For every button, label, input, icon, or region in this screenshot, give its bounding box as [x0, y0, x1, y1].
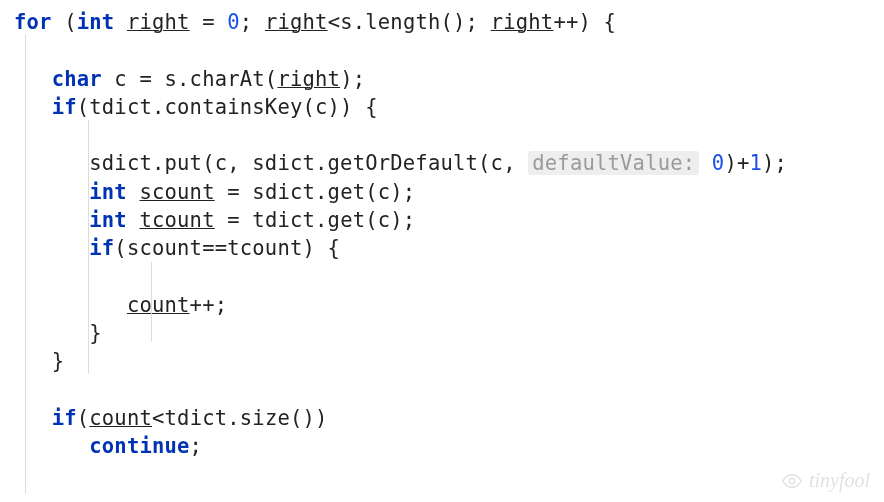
- eye-icon: [781, 470, 803, 492]
- code-line: [14, 123, 52, 147]
- svg-point-0: [789, 478, 795, 484]
- code-token: scount: [139, 180, 214, 204]
- code-token: int: [89, 208, 127, 232]
- code-token: int: [77, 10, 115, 34]
- code-token: char: [52, 67, 102, 91]
- inline-hint: defaultValue:: [528, 151, 699, 175]
- watermark: tinyfool: [781, 469, 870, 492]
- code-token: right: [277, 67, 340, 91]
- indent-guide-3: [151, 262, 152, 342]
- code-token: count: [89, 406, 152, 430]
- code-block: for (int right = 0; right<s.length(); ri…: [0, 0, 884, 461]
- watermark-text: tinyfool: [809, 469, 870, 492]
- code-token: right: [265, 10, 328, 34]
- code-line: int tcount = tdict.get(c);: [14, 208, 415, 232]
- code-token: right: [491, 10, 554, 34]
- code-line: char c = s.charAt(right);: [14, 67, 365, 91]
- code-token: if: [52, 95, 77, 119]
- code-line: sdict.put(c, sdict.getOrDefault(c, defau…: [14, 151, 787, 175]
- code-token: 1: [749, 151, 762, 175]
- code-line: continue;: [14, 434, 202, 458]
- code-line: for (int right = 0; right<s.length(); ri…: [14, 10, 616, 34]
- code-token: if: [89, 236, 114, 260]
- indent-guide-2: [88, 120, 89, 374]
- code-line: count++;: [14, 293, 227, 317]
- code-token: 0: [712, 151, 725, 175]
- code-token: int: [89, 180, 127, 204]
- code-token: tcount: [139, 208, 214, 232]
- code-line: }: [14, 349, 64, 373]
- code-token: 0: [227, 10, 240, 34]
- code-token: right: [127, 10, 190, 34]
- code-token: count: [127, 293, 190, 317]
- code-line: if(tdict.containsKey(c)) {: [14, 95, 378, 119]
- code-line: if(scount==tcount) {: [14, 236, 340, 260]
- indent-guide-1: [25, 34, 26, 494]
- code-line: int scount = sdict.get(c);: [14, 180, 415, 204]
- code-token: continue: [89, 434, 189, 458]
- code-line: if(count<tdict.size()): [14, 406, 328, 430]
- code-token: for: [14, 10, 52, 34]
- code-token: if: [52, 406, 77, 430]
